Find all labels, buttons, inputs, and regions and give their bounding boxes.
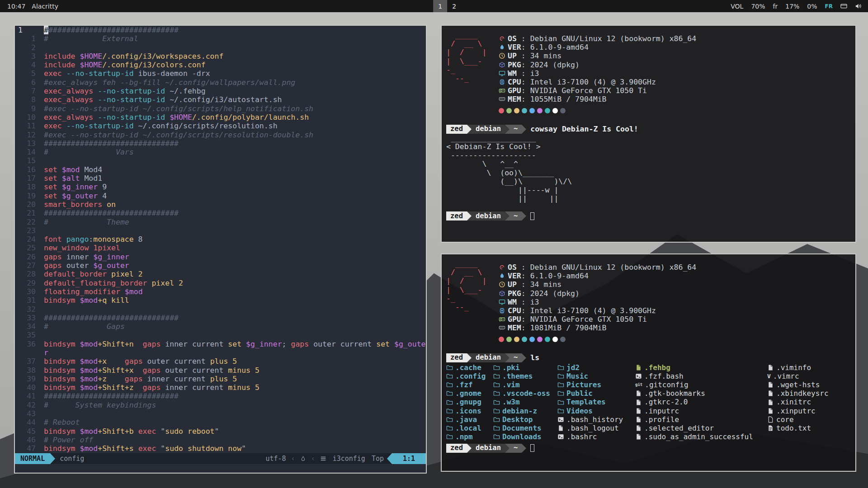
ls-entry-name: .bash_history bbox=[566, 415, 623, 424]
ls-entry-name: Templates bbox=[566, 398, 606, 406]
code-text: ############################## bbox=[44, 209, 426, 217]
folder-icon bbox=[493, 416, 500, 423]
editor-line: 24font pango:monospace 8 bbox=[15, 235, 426, 244]
ls-entry: .gtk-bookmarks bbox=[635, 389, 753, 398]
ls-entry-name: todo.txt bbox=[776, 424, 811, 432]
line-number: 40 bbox=[15, 383, 44, 392]
line-number: 24 bbox=[15, 235, 44, 244]
color-dot bbox=[552, 108, 558, 113]
line-number: 28 bbox=[15, 270, 44, 278]
code-text: font pango:monospace 8 bbox=[44, 235, 426, 244]
terminal-bottom-window[interactable]: _____ / __ \ | / | | \___- -_ --_OS : De… bbox=[441, 253, 856, 472]
prompt-host-segment: debian bbox=[472, 125, 505, 134]
folder-icon bbox=[446, 373, 453, 380]
editor-line: 14# Vars bbox=[15, 148, 426, 156]
ls-entry-name: .cache bbox=[455, 363, 481, 372]
ls-entry: .xinputrc bbox=[767, 407, 829, 415]
ls-entry-name: .gtk-bookmarks bbox=[644, 389, 705, 398]
top-bar: 10:47 Alacritty 12 VOL70%fr17%0%FR bbox=[0, 0, 868, 12]
editor-line: 1############################## bbox=[15, 26, 426, 34]
powerline-arrow-icon bbox=[50, 453, 55, 464]
color-dot bbox=[560, 108, 566, 113]
bar-status-item[interactable]: 17% bbox=[785, 3, 799, 10]
line-number: 29 bbox=[15, 279, 44, 287]
keyboard-icon[interactable] bbox=[840, 3, 847, 9]
editor-buffer[interactable]: 1##############################1# Extern… bbox=[15, 26, 426, 453]
ls-entry-name: .java bbox=[455, 415, 477, 424]
ls-entry-name: .selected_editor bbox=[644, 424, 714, 432]
system-info-row: GPU: NVIDIA GeForce GTX 1050 Ti bbox=[499, 315, 696, 324]
bar-status-item[interactable]: 70% bbox=[751, 3, 765, 10]
code-text: bindsym $mod+Shift+z gaps inner current … bbox=[44, 383, 426, 392]
line-number: 6 bbox=[15, 78, 44, 87]
editor-line: 26gaps inner $g_inner bbox=[15, 253, 426, 261]
file-icon bbox=[767, 364, 774, 371]
folder-icon bbox=[557, 390, 564, 397]
ls-entry: .bash_logout bbox=[557, 424, 623, 432]
file-icon bbox=[635, 433, 642, 440]
bar-status-item[interactable]: fr bbox=[773, 3, 778, 10]
line-number: 1 bbox=[15, 34, 44, 43]
powerline-arrow-icon bbox=[505, 125, 509, 134]
powerline-arrow-icon bbox=[505, 211, 509, 221]
powerline-arrow-icon bbox=[505, 353, 509, 362]
line-number: 23 bbox=[15, 226, 44, 235]
code-text: # Reboot bbox=[44, 418, 426, 427]
code-text: bindsym $mod+Shift+n gaps inner current … bbox=[44, 340, 426, 348]
bar-status-item[interactable]: 0% bbox=[807, 3, 817, 10]
bar-status-item[interactable]: VOL bbox=[731, 3, 743, 10]
ls-entry-name: .sudo_as_admin_successful bbox=[644, 432, 753, 441]
code-text: #exec --no-startup-id ~/.config/scripts/… bbox=[44, 104, 426, 113]
color-dot bbox=[560, 337, 566, 342]
ls-entry: .gnome bbox=[446, 389, 486, 398]
ls-entry: Public bbox=[557, 389, 623, 398]
vim-command-line bbox=[15, 464, 426, 473]
folder-icon bbox=[446, 364, 453, 371]
ls-entry: .vim bbox=[493, 380, 550, 389]
bar-status-item[interactable]: FR bbox=[825, 3, 833, 9]
ls-entry-name: .wget-hsts bbox=[776, 380, 820, 389]
speaker-icon[interactable] bbox=[855, 3, 862, 9]
ls-entry-name: .themes bbox=[502, 372, 533, 380]
terminal-cursor bbox=[530, 444, 534, 452]
code-text bbox=[44, 409, 426, 418]
line-number: 7 bbox=[15, 87, 44, 95]
workspace-switcher: 12 bbox=[433, 0, 461, 12]
powerline-arrow-icon bbox=[522, 444, 526, 453]
line-number: 36 bbox=[15, 340, 44, 348]
code-text: bindsym $mod+x gaps outer current plus 5 bbox=[44, 357, 426, 366]
powerline-arrow-icon bbox=[467, 125, 472, 134]
ls-entry-name: Public bbox=[566, 389, 593, 398]
system-info-row: GPU: NVIDIA GeForce GTX 1050 Ti bbox=[499, 86, 696, 95]
editor-line: 28default_border pixel 2 bbox=[15, 270, 426, 278]
folder-icon bbox=[446, 399, 453, 406]
editor-window[interactable]: 1##############################1# Extern… bbox=[14, 25, 427, 474]
file-outline-icon bbox=[767, 416, 774, 423]
editor-line: 29default_floating_border pixel 2 bbox=[15, 279, 426, 287]
folder-icon bbox=[493, 364, 500, 371]
ls-entry-name: .profile bbox=[644, 415, 679, 424]
ls-entry: .fzf.bash bbox=[635, 372, 753, 380]
info-label: PKG bbox=[508, 289, 521, 298]
clock-icon bbox=[499, 281, 508, 288]
code-text: ############################## bbox=[44, 139, 426, 148]
color-dot bbox=[529, 108, 535, 113]
file-icon bbox=[767, 408, 774, 414]
editor-line: 39bindsym $mod+z gaps inner current plus… bbox=[15, 375, 426, 383]
filetype-glyph-icon bbox=[300, 455, 306, 462]
line-number: 35 bbox=[15, 331, 44, 339]
info-value: : 6.1.0-9-amd64 bbox=[521, 272, 589, 280]
line-number: 33 bbox=[15, 314, 44, 322]
workspace-button-2[interactable]: 2 bbox=[447, 0, 461, 12]
line-number: 44 bbox=[15, 418, 44, 427]
workspace-button-1[interactable]: 1 bbox=[433, 0, 447, 12]
folder-icon bbox=[493, 433, 500, 440]
system-info-row: CPU: Intel i3-7100 (4) @ 3.900GHz bbox=[499, 78, 696, 86]
code-text: #exec_always feh --bg-fill ~/.config/wal… bbox=[44, 78, 426, 87]
code-text: set $alt Mod1 bbox=[44, 174, 426, 183]
info-label: VER bbox=[508, 43, 521, 52]
terminal-top-window[interactable]: _____ / __ \ | / | | \___- -_ --_OS : De… bbox=[441, 25, 856, 243]
info-value: : Debian GNU/Linux 12 (bookworm) x86_64 bbox=[521, 34, 696, 43]
vim-icon: V bbox=[767, 373, 771, 379]
system-info-row: CPU: Intel i3-7100 (4) @ 3.900GHz bbox=[499, 306, 696, 315]
